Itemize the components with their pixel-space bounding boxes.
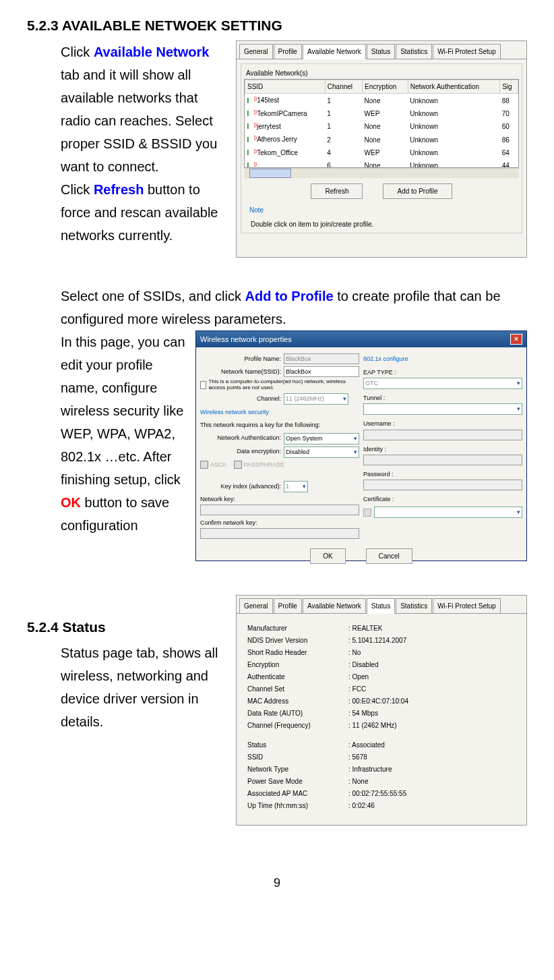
status-value: 5678: [348, 751, 367, 763]
dialog-title: Wireless network properties: [200, 333, 292, 346]
wireless-properties-screenshot: Wireless network properties × Profile Na…: [195, 330, 527, 561]
status-value: Disabled: [348, 659, 378, 670]
status-key: Data Rate (AUTO): [247, 708, 348, 719]
tunnel-label: Tunnel :: [363, 393, 522, 403]
username-input: [363, 430, 522, 440]
table-row[interactable]: I))Tekom_Office4WEPUnknown64: [245, 146, 518, 159]
tab-bar: General Profile Available Network Status…: [237, 41, 526, 59]
col-encryption[interactable]: Encryption: [363, 80, 408, 94]
auth-label: Network Authentication:: [200, 433, 281, 443]
security-subtext: This network requires a key for the foll…: [200, 420, 359, 430]
cert-label: Certificate :: [363, 494, 522, 505]
status-key: SSID: [247, 751, 348, 763]
security-header: Wireless network security: [200, 407, 359, 417]
dialog-titlebar: Wireless network properties ×: [196, 331, 526, 348]
status-key: Associated AP MAC: [247, 788, 348, 799]
note-label: Note: [249, 204, 514, 216]
status-value: 0:02:46: [348, 800, 375, 811]
profile-name-input: BlackBox: [284, 353, 359, 364]
group-title: Available Network(s): [244, 67, 310, 79]
ssid-label: Network Name(SSID):: [200, 367, 281, 377]
status-key: Encryption: [247, 659, 348, 670]
table-row[interactable]: I))Atheros Jerry2NoneUnknown86: [245, 133, 518, 146]
add-to-profile-keyword: Add to Profile: [245, 289, 333, 304]
wifi-icon: I: [247, 134, 254, 141]
data-enc-select[interactable]: Disabled: [284, 446, 359, 458]
status-value: 00:E0:4C:07:10:04: [348, 695, 408, 707]
status-key: Up Time (hh:mm:ss): [247, 800, 348, 811]
tab-wifi-protect[interactable]: Wi-Fi Protect Setup: [433, 44, 501, 59]
keyindex-label: Key index (advanced):: [200, 482, 281, 492]
col-ssid[interactable]: SSID: [245, 80, 326, 94]
status-value: REALTEK: [348, 623, 382, 634]
tab-statistics[interactable]: Statistics: [396, 44, 432, 59]
wifi-icon: I: [247, 108, 254, 115]
tab-profile[interactable]: Profile: [274, 44, 302, 59]
wifi-icon: I: [247, 160, 254, 167]
status-key: Authenticate: [247, 671, 348, 683]
ascii-checkbox: [200, 461, 208, 469]
tab-wifi-2[interactable]: Wi-Fi Protect Setup: [433, 598, 501, 613]
tab-profile-2[interactable]: Profile: [274, 598, 302, 613]
auth-select[interactable]: Open System: [284, 433, 359, 444]
status-value: 00:02:72:55:55:55: [348, 788, 406, 799]
netkey-input: [200, 505, 359, 515]
refresh-button[interactable]: Refresh: [311, 183, 363, 199]
table-row[interactable]: I))6NoneUnknown44: [245, 159, 518, 168]
status-key: Channel Set: [247, 683, 348, 695]
tab-general[interactable]: General: [239, 44, 273, 59]
cert-checkbox: [363, 509, 371, 517]
eap-select: GTC: [363, 378, 522, 389]
8021x-header: 802.1x configure: [363, 354, 522, 364]
status-key: NDIS Driver Version: [247, 635, 348, 646]
status-key: Manufacturer: [247, 623, 348, 634]
tab-available-2[interactable]: Available Network: [303, 598, 366, 613]
status-value: FCC: [348, 683, 366, 695]
status-screenshot: General Profile Available Network Status…: [236, 595, 527, 826]
table-row[interactable]: I))jerrytest1NoneUnknown60: [245, 120, 518, 133]
identity-input: [363, 455, 522, 465]
tunnel-select: [363, 403, 522, 415]
col-channel[interactable]: Channel: [325, 80, 362, 94]
cancel-button[interactable]: Cancel: [366, 548, 412, 564]
tab-general-2[interactable]: General: [239, 598, 273, 613]
confkey-input: [200, 528, 359, 539]
col-signal[interactable]: Sig: [500, 80, 518, 94]
network-list[interactable]: SSID Channel Encryption Network Authenti…: [244, 79, 519, 168]
close-icon[interactable]: ×: [510, 334, 522, 345]
password-input: [363, 480, 522, 490]
wifi-icon: I: [247, 121, 254, 127]
ssid-input[interactable]: BlackBox: [284, 366, 359, 377]
identity-label: Identity :: [363, 444, 522, 455]
tab-status[interactable]: Status: [367, 44, 395, 59]
keyindex-select: 1: [284, 481, 308, 492]
table-row[interactable]: I))TekomIPCamera1WEPUnknown70: [245, 107, 518, 120]
status-content: ManufacturerREALTEKNDIS Driver Version5.…: [237, 614, 526, 820]
status-key: Short Radio Header: [247, 647, 348, 658]
col-auth[interactable]: Network Authentication: [408, 80, 499, 94]
ok-button[interactable]: OK: [310, 548, 345, 564]
adhoc-checkbox[interactable]: [200, 381, 206, 389]
status-value: 11 (2462 MHz): [348, 720, 397, 731]
channel-label: Channel:: [200, 394, 281, 404]
page-number: 9: [27, 873, 527, 894]
available-networks-group: Available Network(s) SSID Channel Encryp…: [241, 63, 522, 234]
status-key: Channel (Frequency): [247, 720, 348, 731]
status-value: No: [348, 647, 361, 658]
status-value: Open: [348, 671, 369, 683]
note-text: Double click on item to join/create prof…: [251, 219, 519, 230]
refresh-keyword: Refresh: [94, 182, 144, 197]
profile-name-label: Profile Name:: [200, 354, 281, 364]
tab-available-network[interactable]: Available Network: [303, 44, 366, 59]
status-key: Status: [247, 739, 348, 751]
tab-statistics-2[interactable]: Statistics: [396, 598, 432, 613]
passphrase-checkbox: [234, 461, 242, 469]
eap-label: EAP TYPE :: [363, 368, 522, 378]
horizontal-scrollbar[interactable]: [244, 168, 519, 178]
tab-status-2[interactable]: Status: [367, 598, 395, 614]
add-to-profile-button[interactable]: Add to Profile: [383, 183, 452, 199]
tab-bar-status: General Profile Available Network Status…: [237, 596, 526, 614]
password-label: Password :: [363, 469, 522, 480]
wifi-icon: I: [247, 95, 254, 102]
table-row[interactable]: I))145test1NoneUnknown88: [245, 94, 518, 107]
